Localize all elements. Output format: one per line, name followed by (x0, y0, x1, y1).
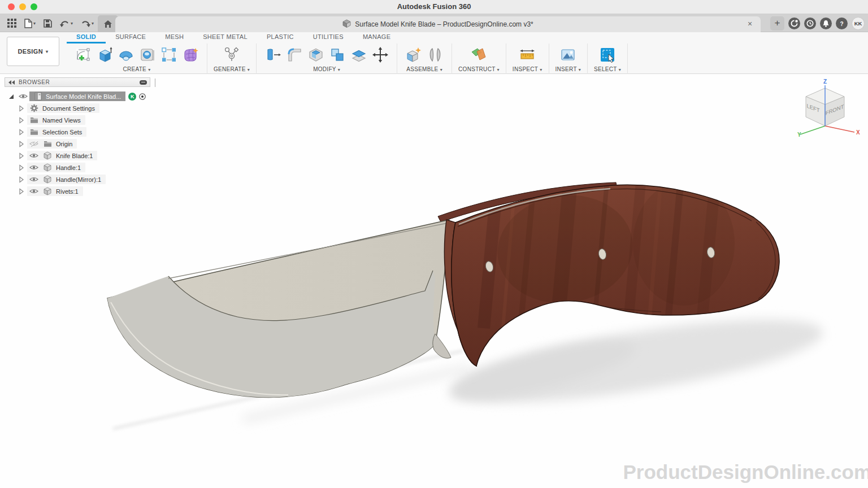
job-status-button[interactable] (804, 18, 816, 29)
tree-row-named-views[interactable]: Named Views (5, 114, 156, 126)
tree-item-label: Selection Sets (41, 129, 82, 136)
tree-row-rivets-1[interactable]: Rivets:1 (5, 185, 156, 197)
save-button[interactable] (40, 14, 56, 32)
extrude-icon (96, 46, 113, 63)
chevron-down-icon[interactable]: ▾ (33, 21, 36, 26)
tree-row-root[interactable]: Surface Model Knife Blad... K (5, 90, 156, 102)
group-dropdown-assemble[interactable]: ASSEMBLE ▾ (406, 66, 442, 72)
activate-radio-icon[interactable] (136, 93, 149, 101)
tree-row-document-settings[interactable]: Document Settings (5, 102, 156, 114)
visibility-eye-icon[interactable] (27, 152, 41, 159)
ribbon-tab-surface[interactable]: SURFACE (106, 33, 155, 43)
press-pull-button[interactable] (263, 45, 283, 65)
view-cube[interactable]: LEFT FRONT Z Y X (795, 79, 861, 140)
form-button[interactable] (180, 45, 201, 65)
chevron-down-icon: ▾ (248, 67, 250, 72)
app-grid-button[interactable] (3, 14, 20, 32)
chevron-down-icon: ▾ (440, 67, 442, 72)
x-axis-label: X (856, 129, 860, 136)
fillet-button[interactable] (284, 45, 305, 65)
tree-row-origin[interactable]: Origin (5, 138, 156, 150)
construction-plane-button[interactable] (468, 45, 489, 65)
redo-button[interactable]: ▾ (77, 14, 98, 32)
insert-canvas-icon (559, 46, 576, 63)
expand-caret-icon[interactable] (15, 188, 27, 195)
collaborator-badge[interactable]: K (128, 93, 136, 101)
expand-caret-icon[interactable] (15, 141, 27, 147)
expand-caret-icon[interactable] (15, 105, 27, 112)
visibility-eye-icon[interactable] (17, 93, 29, 99)
group-dropdown-create[interactable]: CREATE ▾ (123, 66, 150, 72)
move-copy-icon (372, 46, 389, 63)
component-icon (41, 151, 54, 160)
file-menu-icon (24, 19, 32, 28)
document-tab[interactable]: Surface Model Knife Blade – ProductDesig… (115, 16, 761, 32)
chevron-down-icon[interactable]: ▾ (71, 21, 73, 26)
extrude-button[interactable] (94, 45, 115, 65)
ribbon-tab-utilities[interactable]: UTILITIES (303, 33, 353, 43)
joint-button[interactable] (425, 45, 445, 65)
generative-design-icon (223, 46, 240, 63)
insert-canvas-button[interactable] (558, 45, 578, 65)
redo-icon (81, 19, 90, 27)
group-dropdown-construct[interactable]: CONSTRUCT ▾ (458, 66, 500, 72)
combine-button[interactable] (327, 45, 348, 65)
new-tab-button[interactable]: + (770, 16, 784, 30)
tree-row-handle-mirror-1[interactable]: Handle(Mirror):1 (5, 173, 156, 185)
move-copy-button[interactable] (370, 45, 390, 65)
expand-caret-icon[interactable] (15, 117, 27, 124)
visibility-eye-icon[interactable] (27, 188, 41, 194)
ribbon-tab-manage[interactable]: MANAGE (353, 33, 400, 43)
collapse-caret-icon[interactable] (7, 93, 15, 100)
chevron-down-icon[interactable]: ▾ (92, 21, 94, 26)
group-dropdown-inspect[interactable]: INSPECT ▾ (513, 66, 542, 72)
pattern-icon (160, 46, 177, 63)
visibility-eye-icon[interactable] (27, 164, 41, 171)
tree-row-knife-blade-1[interactable]: Knife Blade:1 (5, 150, 156, 162)
expand-caret-icon[interactable] (15, 164, 27, 171)
notifications-bell-button[interactable] (820, 18, 832, 29)
expand-caret-icon[interactable] (15, 129, 27, 136)
browser-options-icon[interactable] (140, 80, 147, 85)
expand-caret-icon[interactable] (15, 152, 27, 159)
hole-icon (139, 46, 156, 63)
canvas-viewport[interactable]: BROWSER Surface Model Knife Blad... K Do… (0, 74, 868, 488)
tree-row-selection-sets[interactable]: Selection Sets (5, 126, 156, 138)
group-dropdown-insert[interactable]: INSERT ▾ (555, 66, 581, 72)
hole-button[interactable] (137, 45, 158, 65)
offset-face-button[interactable] (349, 45, 369, 65)
ribbon: DESIGN ▾ SOLIDSURFACEMESHSHEET METALPLAS… (0, 32, 868, 74)
generative-design-button[interactable] (222, 45, 242, 65)
select-button[interactable] (597, 45, 618, 65)
new-component-button[interactable] (403, 45, 424, 65)
create-sketch-button[interactable] (73, 45, 93, 65)
pattern-button[interactable] (159, 45, 179, 65)
ribbon-tab-mesh[interactable]: MESH (155, 33, 193, 43)
undo-button[interactable]: ▾ (56, 14, 77, 32)
group-dropdown-modify[interactable]: MODIFY ▾ (313, 66, 340, 72)
visibility-eye-icon[interactable] (27, 176, 41, 182)
ribbon-tab-sheet-metal[interactable]: SHEET METAL (193, 33, 257, 43)
group-dropdown-select[interactable]: SELECT ▾ (594, 66, 621, 72)
workspace-selector-button[interactable]: DESIGN ▾ (7, 37, 59, 66)
help-button[interactable]: ? (836, 18, 848, 29)
group-dropdown-generate[interactable]: GENERATE ▾ (214, 66, 250, 72)
ribbon-group-select: SELECT ▾ (588, 43, 628, 74)
ribbon-tab-solid[interactable]: SOLID (67, 33, 106, 43)
collapse-panel-icon[interactable] (8, 80, 16, 85)
browser-panel-header[interactable]: BROWSER (5, 77, 150, 87)
file-menu-button[interactable]: ▾ (20, 14, 40, 32)
revolve-button[interactable] (116, 45, 136, 65)
extensions-button[interactable] (788, 18, 800, 29)
tree-row-handle-1[interactable]: Handle:1 (5, 162, 156, 173)
expand-caret-icon[interactable] (15, 176, 27, 183)
ribbon-tab-plastic[interactable]: PLASTIC (257, 33, 303, 43)
close-tab-icon[interactable]: × (745, 19, 755, 29)
panel-resize-handle[interactable] (155, 79, 155, 87)
user-avatar[interactable]: KK (852, 17, 865, 30)
document-cube-icon (342, 19, 351, 29)
measure-button[interactable] (517, 45, 537, 65)
shell-button[interactable] (306, 45, 326, 65)
root-component-pill[interactable]: Surface Model Knife Blad... (29, 91, 125, 101)
visibility-eye-icon[interactable] (27, 141, 41, 147)
